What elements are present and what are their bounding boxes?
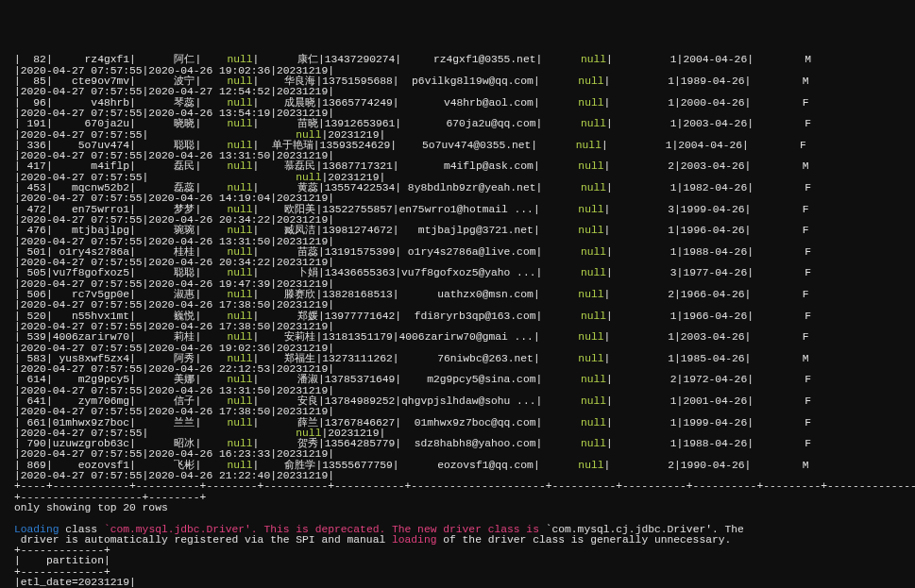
table-row: | 191| 670ja2u| 晓晓| null| 苗晓|13912653961… [14,119,915,129]
table2-separator: +-------------+ [14,546,915,556]
table-row: | 476| mtjbajlpg| 琬琬| null| 臧凤洁|13981274… [14,226,915,236]
table-row-continuation: |2020-04-27 07:57:55|2020-04-26 17:38:50… [14,300,915,311]
terminal-output: | 82| rz4gxf1| 阿仁| null| 康仁|13437290274|… [0,53,915,588]
table-row: | 539|4006zarirw70| 莉桂| null| 安莉桂|131813… [14,332,915,343]
table-row-continuation: |2020-04-27 07:57:55|2020-04-26 17:38:50… [14,407,915,417]
table2-separator: +-------------+ [14,567,915,578]
table2-header: | partition| [14,556,915,566]
loading-warning-line2: driver is automatically registered via t… [14,535,915,546]
table2-row: |etl_date=20231219| [14,578,915,588]
table-row-continuation: |2020-04-27 07:57:55|2020-04-26 14:19:04… [14,193,915,204]
table-separator: +----+------------+----------+--------+-… [14,481,915,492]
row-count-note: only showing top 20 rows [14,503,915,513]
table-row: | 614| m2g9pcy5| 美娜| null| 潘淑|1378537164… [14,375,915,385]
table-row-continuation: |2020-04-27 07:57:55|2020-04-27 12:54:52… [14,87,915,97]
